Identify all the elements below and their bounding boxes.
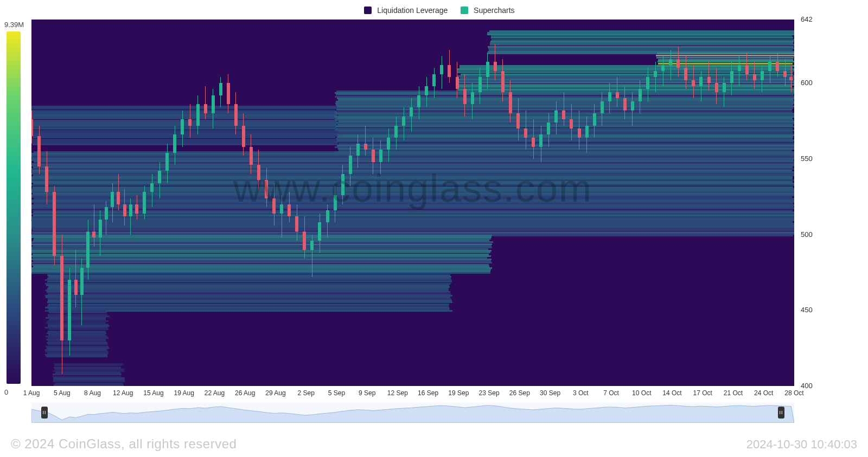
x-tick: 2 Sep	[297, 389, 314, 397]
x-tick: 10 Oct	[632, 389, 651, 397]
x-tick: 14 Oct	[662, 389, 681, 397]
y-axis: 642600550500450400	[797, 20, 830, 386]
x-tick: 19 Aug	[174, 389, 194, 397]
colorbar	[7, 31, 21, 384]
y-tick: 400	[801, 382, 813, 390]
y-tick: 600	[801, 79, 813, 87]
y-tick: 500	[801, 230, 813, 239]
legend-label-supercharts: Supercharts	[474, 6, 514, 15]
x-tick: 28 Oct	[784, 389, 803, 397]
legend: Liquidation Leverage Supercharts	[0, 5, 868, 15]
x-tick: 8 Aug	[84, 389, 101, 397]
x-tick: 21 Oct	[724, 389, 743, 397]
x-tick: 30 Sep	[540, 389, 560, 397]
x-tick: 1 Aug	[23, 389, 40, 397]
legend-swatch-supercharts	[461, 7, 468, 14]
main-chart[interactable]: www.coinglass.com	[31, 20, 794, 386]
x-tick: 19 Sep	[448, 389, 469, 397]
y-tick: 450	[801, 306, 813, 314]
x-tick: 29 Aug	[265, 389, 285, 397]
x-tick: 3 Oct	[573, 389, 589, 397]
x-tick: 17 Oct	[693, 389, 712, 397]
x-tick: 12 Aug	[113, 389, 133, 397]
colorbar-min-label: 0	[4, 388, 8, 396]
legend-label-liquidation: Liquidation Leverage	[377, 6, 448, 15]
x-tick: 23 Sep	[479, 389, 500, 397]
page-root: Liquidation Leverage Supercharts 9.39M 0…	[0, 0, 868, 457]
x-tick: 26 Sep	[509, 389, 530, 397]
x-tick: 16 Sep	[418, 389, 438, 397]
navigator-handle-left[interactable]: II	[41, 407, 48, 419]
x-tick: 26 Aug	[235, 389, 255, 397]
x-axis: 1 Aug5 Aug8 Aug12 Aug15 Aug19 Aug22 Aug2…	[31, 388, 794, 400]
x-tick: 12 Sep	[387, 389, 408, 397]
copyright: © 2024 CoinGlass, all rights reserved	[11, 436, 237, 452]
x-tick: 22 Aug	[205, 389, 225, 397]
x-tick: 7 Oct	[603, 389, 619, 397]
colorbar-gradient	[7, 31, 21, 384]
candlestick-layer	[31, 20, 794, 386]
y-tick: 642	[801, 15, 813, 23]
x-tick: 15 Aug	[143, 389, 163, 397]
x-tick: 24 Oct	[754, 389, 773, 397]
legend-swatch-liquidation	[364, 7, 372, 14]
timestamp: 2024-10-30 10:40:03	[746, 437, 857, 452]
navigator-sparkline	[31, 402, 794, 423]
x-tick: 5 Aug	[54, 389, 71, 397]
y-tick: 550	[801, 155, 813, 163]
colorbar-max-label: 9.39M	[4, 21, 24, 29]
navigator-handle-right[interactable]: II	[778, 407, 784, 419]
x-tick: 9 Sep	[359, 389, 375, 397]
x-tick: 5 Sep	[328, 389, 345, 397]
navigator[interactable]: II II	[31, 402, 794, 423]
